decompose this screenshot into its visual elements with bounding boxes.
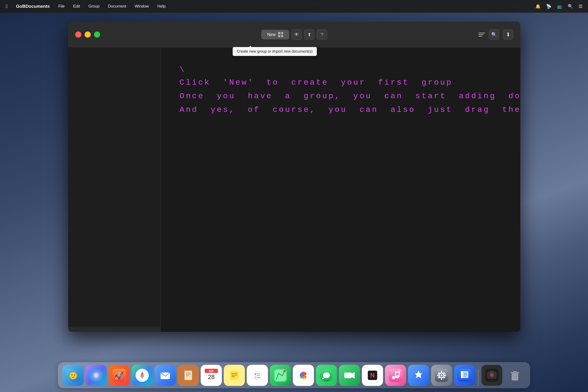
eye-icon: 👁 [294,32,299,37]
dock-gobdocuments[interactable] [454,365,475,386]
dock-photo-booth[interactable] [481,365,502,386]
menu-file[interactable]: File [58,4,65,9]
svg-point-57 [392,376,395,379]
dock: 🙂 [58,362,530,388]
menubar-right: 🔔 📡 📺 🔍 ☰ [535,4,582,9]
dock-system-preferences[interactable] [431,365,452,386]
svg-rect-84 [490,371,493,372]
instruction-line-2: Once you have a group, you can start add… [180,90,520,103]
svg-rect-67 [441,378,442,380]
dock-notefile[interactable] [178,365,199,386]
dock-appstore[interactable] [408,365,429,386]
svg-rect-16 [184,370,192,380]
help-button[interactable]: ? [317,30,327,40]
minimize-button[interactable] [84,32,91,38]
titlebar-center: New 👁 ⬆ ? [261,30,327,40]
dock-mail[interactable] [155,365,176,386]
info-button[interactable]: ℹ [503,30,513,40]
sidebar [68,48,161,332]
search-button[interactable]: 🔍 [489,30,499,40]
control-center-icon[interactable]: ☰ [578,4,582,9]
search-icon[interactable]: 🔍 [568,4,573,9]
svg-text:28: 28 [208,374,215,380]
new-button[interactable]: New [261,30,289,39]
app-window: New 👁 ⬆ ? [68,22,520,332]
svg-text:DEC: DEC [209,370,214,372]
sort-icon[interactable] [478,33,485,37]
fullscreen-button[interactable] [94,32,100,38]
menu-group[interactable]: Group [88,4,100,9]
app-name[interactable]: GoBDocuments [16,4,50,9]
apple-menu[interactable]:  [6,3,8,10]
cursor-indicator: \ [180,64,520,76]
dock-siri[interactable] [86,365,107,386]
instruction-line-1: Click 'New' to create your first group [180,76,520,90]
grid-icon [278,32,283,37]
new-button-label: New [267,32,276,37]
dock-music[interactable] [385,365,406,386]
titlebar-right: 🔍 ℹ [478,30,513,40]
svg-text:🙂: 🙂 [69,372,78,380]
dock-reminders[interactable] [247,365,268,386]
instructions-container: \ Click 'New' to create your first group… [175,57,520,124]
svg-rect-68 [437,375,439,376]
dock-launchpad[interactable]: 🚀 [108,365,130,386]
instruction-line-3: And yes, of course, you can also just dr… [180,103,520,117]
info-icon: ℹ [507,32,509,37]
dock-safari[interactable] [132,365,153,386]
svg-rect-87 [513,371,517,372]
desktop:  GoBDocuments File Edit Group Document … [0,0,588,392]
menu-help[interactable]: Help [158,4,166,9]
svg-point-4 [94,374,98,377]
dock-news[interactable]: N [362,365,383,386]
share-button[interactable]: ⬆ [304,30,314,40]
question-icon: ? [320,32,323,37]
dock-separator [478,370,478,386]
content-area: \ Click 'New' to create your first group… [68,48,520,332]
svg-rect-60 [399,370,400,377]
svg-rect-29 [251,369,264,382]
menubar:  GoBDocuments File Edit Group Document … [0,0,588,13]
dock-calendar[interactable]: DEC 28 [201,365,222,386]
dock-finder[interactable]: 🙂 [62,365,84,386]
menu-document[interactable]: Document [108,4,126,9]
svg-point-39 [284,370,286,372]
upload-icon: ⬆ [308,32,312,37]
dock-trash[interactable] [504,365,526,386]
svg-rect-51 [344,372,352,378]
dock-facetime[interactable] [339,365,360,386]
svg-text:N: N [370,372,375,378]
dock-messages[interactable] [316,365,337,386]
airdrop-icon[interactable]: 📡 [546,4,551,9]
traffic-lights [75,32,100,38]
preview-button[interactable]: 👁 [292,30,302,40]
svg-point-35 [255,377,256,378]
titlebar: New 👁 ⬆ ? [68,22,520,48]
svg-point-83 [491,374,493,376]
search-icon: 🔍 [491,32,497,37]
svg-rect-66 [441,370,442,373]
dock-notes[interactable] [224,365,245,386]
dock-maps[interactable] [270,365,291,386]
svg-point-31 [255,373,256,374]
svg-point-65 [441,374,442,376]
notification-icon[interactable]: 🔔 [535,4,540,9]
close-button[interactable] [75,32,81,38]
dock-photos[interactable] [293,365,314,386]
main-content[interactable]: \ Click 'New' to create your first group… [161,48,520,332]
svg-point-58 [396,375,399,378]
svg-rect-61 [395,372,400,372]
menu-edit[interactable]: Edit [73,4,80,9]
svg-text:🚀: 🚀 [114,371,124,380]
svg-point-33 [255,375,256,376]
svg-rect-69 [444,375,446,376]
screen-mirror-icon[interactable]: 📺 [557,4,562,9]
menu-window[interactable]: Window [135,4,149,9]
sidebar-bottom [68,327,161,332]
